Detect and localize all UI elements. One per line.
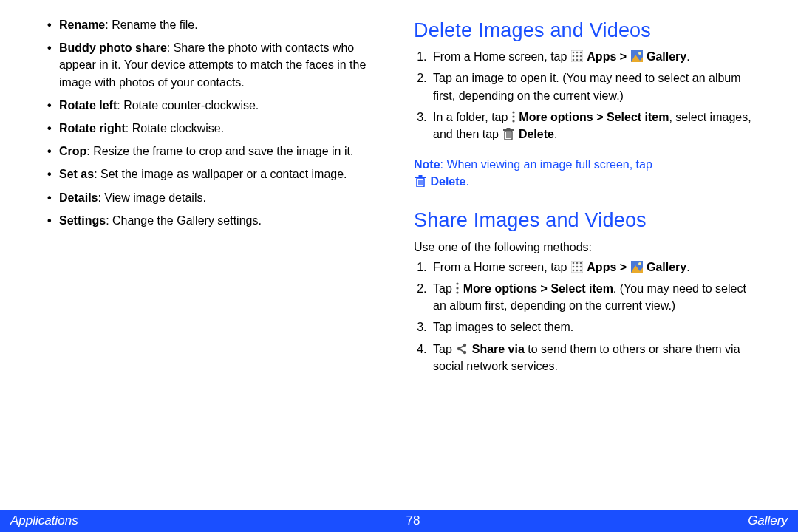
- note-text: : When viewing an image full screen, tap: [440, 158, 652, 171]
- right-column: Delete Images and Videos From a Home scr…: [406, 16, 768, 488]
- more-options-icon: [456, 282, 459, 294]
- option-list: Rename: Rename the file. Buddy photo sha…: [44, 16, 389, 229]
- list-item: Rename: Rename the file.: [44, 16, 389, 33]
- share-icon: [456, 343, 468, 355]
- step: In a folder, tap More options > Select i…: [430, 109, 761, 143]
- item-label: Rotate right: [59, 122, 126, 134]
- list-item: Crop: Resize the frame to crop and save …: [44, 143, 389, 160]
- item-label: Crop: [59, 145, 86, 157]
- list-item: Rotate left: Rotate counter-clockwise.: [44, 97, 389, 114]
- text: Tap: [433, 343, 455, 355]
- text: .: [554, 128, 557, 140]
- item-label: Settings: [59, 214, 106, 227]
- share-via-label: Share via: [472, 343, 525, 355]
- content: Rename: Rename the file. Buddy photo sha…: [0, 0, 798, 488]
- text: Tap images to select them.: [433, 321, 573, 333]
- footer-left: Applications: [10, 514, 78, 528]
- footer: Applications 78 Gallery: [0, 510, 798, 532]
- page-number: 78: [406, 514, 420, 528]
- item-desc: : Rotate clockwise.: [126, 122, 224, 134]
- gallery-label: Gallery: [647, 261, 686, 273]
- item-desc: : View image details.: [98, 191, 205, 204]
- left-column: Rename: Rename the file. Buddy photo sha…: [44, 16, 406, 488]
- list-item: Details: View image details.: [44, 189, 389, 206]
- share-steps: From a Home screen, tap Apps > Gallery. …: [414, 259, 761, 375]
- item-label: Set as: [59, 168, 94, 180]
- apps-label: Apps >: [587, 50, 630, 63]
- text: In a folder, tap: [433, 111, 511, 123]
- text: .: [466, 175, 468, 188]
- step: From a Home screen, tap Apps > Gallery.: [430, 48, 761, 65]
- item-desc: : Change the Gallery settings.: [106, 214, 262, 227]
- text: From a Home screen, tap: [433, 261, 570, 273]
- delete-label: Delete: [519, 128, 554, 140]
- apps-icon: [571, 50, 583, 62]
- step: Tap an image to open it. (You may need t…: [430, 69, 761, 103]
- item-desc: : Rename the file.: [105, 18, 197, 31]
- item-label: Details: [59, 191, 98, 204]
- delete-label: Delete: [430, 175, 466, 188]
- note: Note: When viewing an image full screen,…: [414, 156, 761, 190]
- text: .: [686, 50, 689, 63]
- heading-share: Share Images and Videos: [414, 206, 761, 235]
- apps-label: Apps >: [587, 261, 630, 273]
- note-label: Note: [414, 158, 440, 171]
- list-item: Set as: Set the image as wallpaper or a …: [44, 166, 389, 183]
- item-label: Buddy photo share: [59, 41, 167, 54]
- item-desc: : Resize the frame to crop and save the …: [86, 145, 353, 157]
- step: Tap images to select them.: [430, 318, 761, 335]
- list-item: Buddy photo share: Share the photo with …: [44, 39, 389, 91]
- share-intro: Use one of the following methods:: [414, 239, 761, 256]
- gallery-label: Gallery: [647, 50, 686, 63]
- delete-steps: From a Home screen, tap Apps > Gallery. …: [414, 48, 761, 143]
- trash-icon: [415, 175, 426, 187]
- step: Tap Share via to send them to others or …: [430, 341, 761, 375]
- text: .: [686, 261, 689, 273]
- heading-delete: Delete Images and Videos: [414, 16, 761, 45]
- more-label: More options > Select item: [463, 282, 613, 295]
- text: Tap: [433, 282, 455, 295]
- gallery-icon: [631, 261, 643, 273]
- step: From a Home screen, tap Apps > Gallery.: [430, 259, 761, 276]
- step: Tap More options > Select item. (You may…: [430, 280, 761, 314]
- item-desc: : Set the image as wallpaper or a contac…: [94, 168, 347, 180]
- trash-icon: [502, 128, 514, 140]
- item-label: Rotate left: [59, 99, 117, 112]
- page: Rename: Rename the file. Buddy photo sha…: [0, 0, 798, 532]
- text: From a Home screen, tap: [433, 50, 570, 63]
- apps-icon: [571, 261, 583, 273]
- list-item: Settings: Change the Gallery settings.: [44, 212, 389, 229]
- item-label: Rename: [59, 18, 105, 31]
- item-desc: : Rotate counter-clockwise.: [117, 99, 259, 112]
- list-item: Rotate right: Rotate clockwise.: [44, 120, 389, 137]
- footer-right: Gallery: [748, 514, 788, 528]
- text: Tap an image to open it. (You may need t…: [433, 72, 741, 101]
- gallery-icon: [631, 50, 643, 62]
- more-label: More options > Select item: [519, 111, 669, 123]
- more-options-icon: [512, 111, 515, 123]
